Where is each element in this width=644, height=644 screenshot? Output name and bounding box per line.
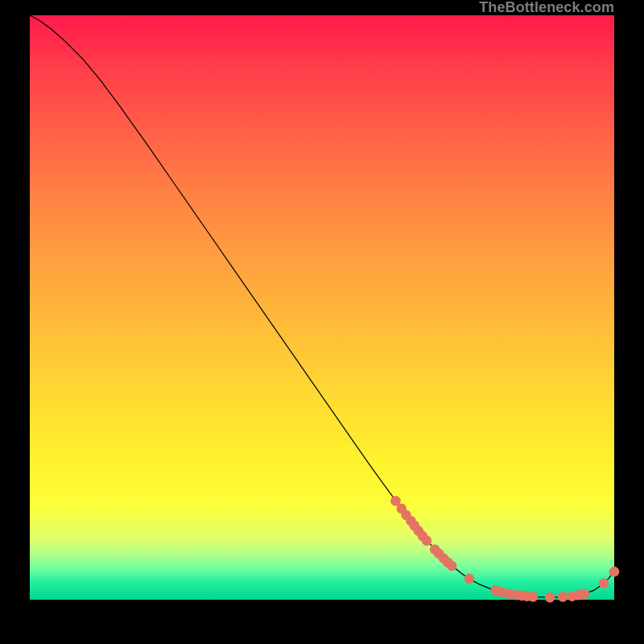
watermark-text: TheBottleneck.com bbox=[479, 0, 614, 15]
curve-marker bbox=[580, 588, 590, 599]
curve-marker bbox=[464, 574, 475, 584]
curve-marker bbox=[447, 561, 457, 572]
curve-marker bbox=[558, 592, 568, 602]
curve-marker bbox=[609, 567, 620, 577]
curve-marker bbox=[528, 592, 539, 602]
curve-marker bbox=[422, 535, 432, 546]
curve-marker bbox=[545, 592, 555, 603]
curve-markers bbox=[390, 496, 619, 602]
bottleneck-curve bbox=[30, 15, 614, 597]
chart-overlay bbox=[30, 15, 614, 600]
curve-marker bbox=[599, 578, 609, 588]
